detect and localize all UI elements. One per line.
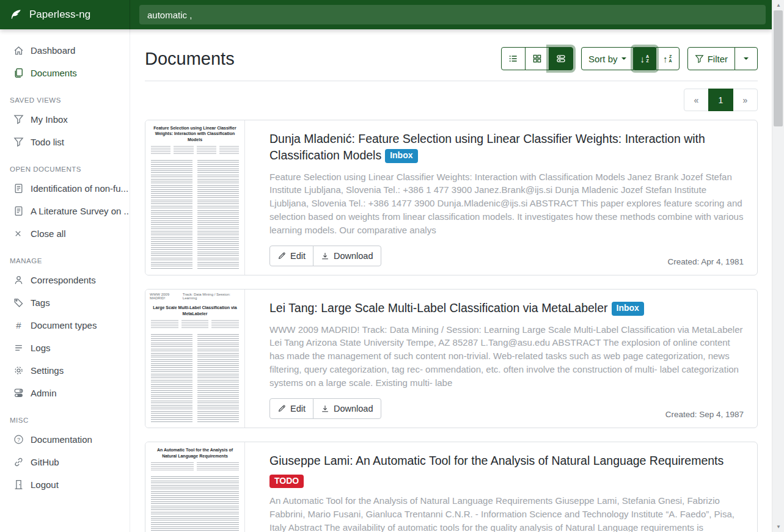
sidebar-item-dashboard[interactable]: Dashboard [0,39,130,62]
sidebar-section-misc: MISC [0,404,130,428]
sort-ascending-button[interactable]: ↑ZA [656,47,680,70]
sort-alpha-up-icon: ↑ZA [663,54,672,64]
sidebar-item-open-doc-2[interactable]: A Literature Survey on ... [0,200,130,222]
sidebar-item-label: Documentation [31,434,92,445]
sidebar-item-label: GitHub [31,457,59,467]
tag-badge[interactable]: TODO [269,475,304,488]
paperless-feather-icon [9,9,22,21]
sidebar-section-manage: MANAGE [0,245,130,269]
sidebar-item-correspondents[interactable]: Correspondents [0,269,130,291]
sidebar-section-open-documents: OPEN DOCUMENTS [0,153,130,177]
document-thumbnail[interactable]: An Automatic Tool for the Analysis of Na… [145,442,245,532]
question-circle-icon: ? [13,434,24,445]
list-view-button[interactable] [501,47,526,70]
document-excerpt: Feature Selection using Linear Classifie… [269,170,744,237]
filter-dropdown-toggle[interactable] [735,47,758,70]
thumbnail-authors [145,318,244,332]
file-text-icon [13,183,24,194]
sidebar-item-label: My Inbox [31,114,68,125]
download-button[interactable]: Download [313,246,381,266]
top-navbar: Paperless-ng [0,0,772,29]
thumbnail-body [145,332,244,428]
filter-button[interactable]: Filter [687,47,735,70]
view-switcher [501,47,573,70]
sidebar-item-admin[interactable]: Admin [0,382,130,404]
document-card-footer: Edit Download Created: Sep 4, 1987 [269,398,744,419]
created-date: Created: Sep 4, 1987 [665,410,744,419]
sort-controls: Sort by ↓AZ ↑ZA [581,47,680,70]
door-logout-icon [13,479,24,490]
tag-icon [13,297,24,308]
document-card: WWW 2009 MADRID! Track: Data Mining / Se… [145,289,758,428]
sidebar-item-tags[interactable]: Tags [0,291,130,314]
download-icon [321,252,329,260]
thumbnail-authors [145,144,244,158]
file-text-icon [13,206,24,216]
download-button[interactable]: Download [313,398,381,419]
details-view-button[interactable] [549,47,573,70]
document-card: An Automatic Tool for the Analysis of Na… [145,442,758,532]
sidebar-item-label: Tags [31,297,50,308]
sidebar-item-document-types[interactable]: # Document types [0,314,130,337]
scroll-up-arrow-icon[interactable]: ▲ [772,0,784,10]
grid-view-icon [532,54,542,64]
sidebar-item-logs[interactable]: Logs [0,337,130,359]
document-card-body: Lei Tang: Large Scale Multi-Label Classi… [245,290,757,428]
sidebar-item-todo-list[interactable]: Todo list [0,131,130,153]
sidebar-item-documents[interactable]: Documents [0,62,130,84]
previous-page-button[interactable]: « [684,89,709,111]
details-view-icon [556,54,566,64]
tag-badge[interactable]: Inbox [385,149,417,162]
scrollbar[interactable]: ▲ ▼ [772,0,784,532]
document-thumbnail[interactable]: WWW 2009 MADRID! Track: Data Mining / Se… [145,290,245,428]
brand-label: Paperless-ng [29,9,90,21]
gear-icon [13,365,24,376]
sidebar-item-my-inbox[interactable]: My Inbox [0,108,130,131]
next-page-button[interactable]: » [733,89,758,111]
toolbar: Sort by ↓AZ ↑ZA [501,47,758,70]
document-actions: Edit Download [269,246,381,266]
sort-descending-button[interactable]: ↓AZ [633,47,657,70]
edit-button[interactable]: Edit [269,398,313,419]
document-title[interactable]: Giuseppe Lami: An Automatic Tool for the… [269,453,744,488]
document-thumbnail[interactable]: Feature Selection using Linear Classifie… [145,120,245,275]
text-lines-icon [13,343,24,353]
sort-by-label: Sort by [588,54,618,64]
scroll-down-arrow-icon[interactable]: ▼ [772,522,784,532]
edit-button[interactable]: Edit [269,246,313,266]
page-1-button[interactable]: 1 [708,89,733,111]
house-icon [13,45,24,56]
sidebar-item-label: A Literature Survey on ... [31,206,130,216]
grid-view-button[interactable] [525,47,549,70]
thumbnail-authors [145,461,244,474]
scrollbar-thumb[interactable] [774,10,783,126]
svg-text:?: ? [17,437,20,443]
sidebar-item-label: Close all [31,228,66,239]
sort-by-dropdown[interactable]: Sort by [581,47,634,70]
document-card-body: Dunja Mladenić: Feature Selection using … [245,120,757,275]
thumbnail-body [145,474,244,532]
person-icon [13,275,24,285]
global-search-input[interactable] [139,5,766,24]
sidebar-item-label: Admin [31,388,57,398]
sidebar-item-github[interactable]: GitHub [0,451,130,473]
brand[interactable]: Paperless-ng [0,0,130,29]
thumbnail-body [145,158,244,275]
tag-badge[interactable]: Inbox [612,302,644,315]
main-content: Documents [130,0,772,532]
sidebar-item-settings[interactable]: Settings [0,359,130,382]
sidebar-item-label: Identification of non-fu... [31,183,128,194]
download-icon [321,404,329,413]
document-title[interactable]: Dunja Mladenić: Feature Selection using … [269,131,744,164]
sidebar: Dashboard Documents SAVED VIEWS My Inbox… [0,29,130,532]
document-actions: Edit Download [269,398,381,419]
sidebar-item-documentation[interactable]: ? Documentation [0,428,130,451]
sidebar-item-logout[interactable]: Logout [0,473,130,496]
document-title[interactable]: Lei Tang: Large Scale Multi-Label Classi… [269,300,744,316]
thumbnail-paper-title: Feature Selection using Linear Classifie… [145,120,244,144]
document-excerpt: WWW 2009 MADRID! Track: Data Mining / Se… [269,323,744,390]
sidebar-item-close-all[interactable]: Close all [0,222,130,245]
sidebar-section-saved-views: SAVED VIEWS [0,84,130,108]
link-icon [13,457,24,467]
sidebar-item-open-doc-1[interactable]: Identification of non-fu... [0,177,130,200]
